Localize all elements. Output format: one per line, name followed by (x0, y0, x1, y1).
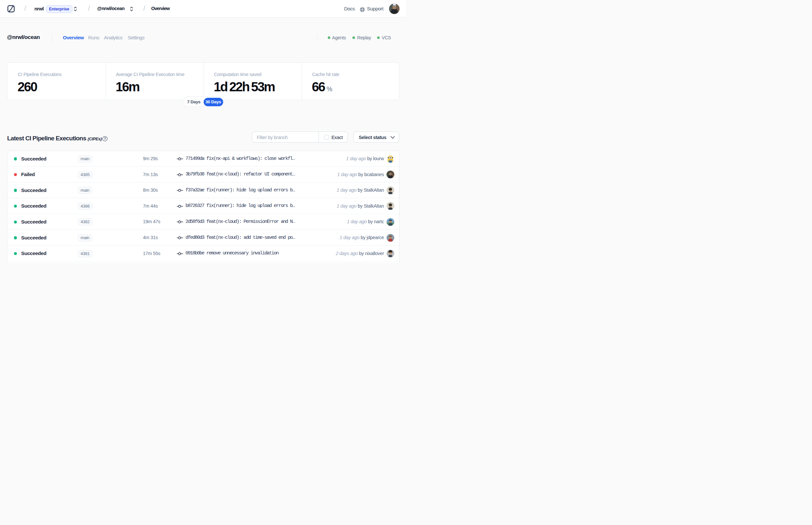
svg-text:?: ? (104, 137, 106, 141)
